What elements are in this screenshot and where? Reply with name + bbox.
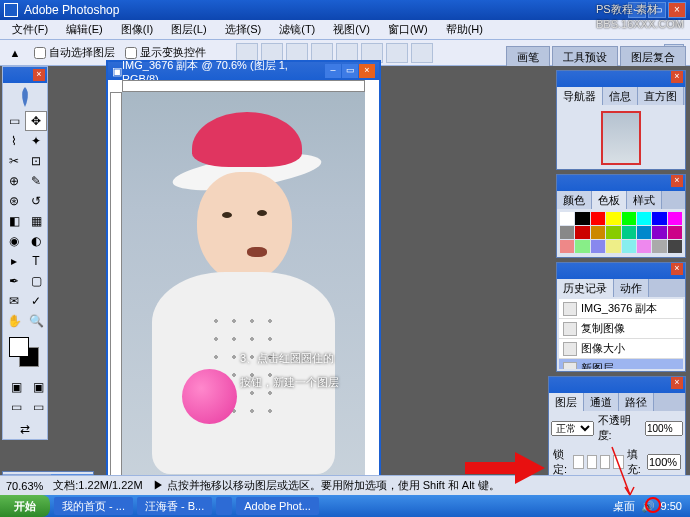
lock-pixels-icon[interactable] [587,455,597,469]
swatch[interactable] [575,212,589,225]
swatch[interactable] [591,240,605,253]
shape-tool[interactable]: ▢ [25,271,47,291]
tab-info[interactable]: 信息 [603,87,638,105]
taskbar-item[interactable]: Adobe Phot... [236,497,319,515]
menu-view[interactable]: 视图(V) [325,20,378,39]
standard-mode[interactable]: ▣ [5,377,27,397]
menu-select[interactable]: 选择(S) [217,20,270,39]
eraser-tool[interactable]: ◧ [3,211,25,231]
lasso-tool[interactable]: ⌇ [3,131,25,151]
tab-history[interactable]: 历史记录 [557,279,614,297]
crop-tool[interactable]: ✂ [3,151,25,171]
history-item[interactable]: 图像大小 [559,339,683,359]
auto-select-checkbox[interactable]: 自动选择图层 [34,45,115,60]
swatch[interactable] [591,212,605,225]
history-item[interactable]: IMG_3676 副本 [559,299,683,319]
brush-tool[interactable]: ✎ [25,171,47,191]
toolbox-close[interactable]: × [33,69,45,81]
taskbar-item[interactable]: 我的首页 - ... [54,497,133,515]
swatch[interactable] [637,226,651,239]
eyedropper-tool[interactable]: ✓ [25,291,47,311]
swatch[interactable] [637,240,651,253]
lock-transparency-icon[interactable] [573,455,583,469]
move-tool-icon[interactable]: ▲ [6,44,24,62]
notes-tool[interactable]: ✉ [3,291,25,311]
taskbar-item[interactable] [216,497,232,515]
swatch[interactable] [560,240,574,253]
start-button[interactable]: 开始 [0,495,50,517]
panel-close[interactable]: × [671,263,683,275]
zoom-tool[interactable]: 🔍 [25,311,47,331]
canvas[interactable] [122,92,365,484]
color-swatches[interactable] [7,335,43,371]
pen-tool[interactable]: ✒ [3,271,25,291]
swatch[interactable] [591,226,605,239]
dodge-tool[interactable]: ◐ [25,231,47,251]
navigator-thumbnail[interactable] [601,111,641,165]
swatch[interactable] [606,240,620,253]
tab-paths[interactable]: 路径 [619,393,654,411]
tab-histogram[interactable]: 直方图 [638,87,684,105]
panel-close[interactable]: × [671,71,683,83]
swatch[interactable] [652,240,666,253]
swatch[interactable] [622,240,636,253]
screen-mode[interactable]: ▭ [27,397,49,417]
menu-filter[interactable]: 滤镜(T) [271,20,323,39]
panel-close[interactable]: × [671,175,683,187]
doc-minimize[interactable]: – [325,64,341,78]
wand-tool[interactable]: ✦ [25,131,47,151]
slice-tool[interactable]: ⊡ [25,151,47,171]
doc-close[interactable]: × [359,64,375,78]
imageready-icon[interactable]: ⇄ [3,419,47,439]
tab-actions[interactable]: 动作 [614,279,649,297]
doc-maximize[interactable]: ▭ [342,64,358,78]
swatch[interactable] [652,212,666,225]
tab-swatches[interactable]: 色板 [592,191,627,209]
swatch[interactable] [668,240,682,253]
stamp-tool[interactable]: ⊛ [3,191,25,211]
blend-mode-select[interactable]: 正常 [551,421,594,436]
quickmask-mode[interactable]: ▣ [27,377,49,397]
foreground-color[interactable] [9,337,29,357]
history-item[interactable]: 新图层 [559,359,683,369]
gradient-tool[interactable]: ▦ [25,211,47,231]
screen-mode[interactable]: ▭ [5,397,27,417]
path-tool[interactable]: ▸ [3,251,25,271]
heal-tool[interactable]: ⊕ [3,171,25,191]
menu-file[interactable]: 文件(F) [4,20,56,39]
menu-help[interactable]: 帮助(H) [438,20,491,39]
type-tool[interactable]: T [25,251,47,271]
align-icon[interactable] [411,43,433,63]
hand-tool[interactable]: ✋ [3,311,25,331]
fill-input[interactable] [647,454,681,470]
move-tool[interactable]: ✥ [25,111,47,131]
swatch[interactable] [622,212,636,225]
marquee-tool[interactable]: ▭ [3,111,25,131]
menu-window[interactable]: 窗口(W) [380,20,436,39]
blur-tool[interactable]: ◉ [3,231,25,251]
swatch[interactable] [575,240,589,253]
taskbar-item[interactable]: 汪海香 - B... [137,497,212,515]
swatch[interactable] [575,226,589,239]
menu-edit[interactable]: 编辑(E) [58,20,111,39]
tab-navigator[interactable]: 导航器 [557,87,603,105]
opacity-input[interactable] [645,421,683,436]
tab-layers[interactable]: 图层 [549,393,584,411]
swatch[interactable] [606,212,620,225]
align-icon[interactable] [386,43,408,63]
swatch[interactable] [637,212,651,225]
swatch[interactable] [668,212,682,225]
menu-layer[interactable]: 图层(L) [163,20,214,39]
tab-color[interactable]: 颜色 [557,191,592,209]
swatch[interactable] [606,226,620,239]
swatch[interactable] [668,226,682,239]
history-item[interactable]: 复制图像 [559,319,683,339]
history-brush-tool[interactable]: ↺ [25,191,47,211]
swatch[interactable] [652,226,666,239]
menu-image[interactable]: 图像(I) [113,20,161,39]
swatch[interactable] [560,212,574,225]
tab-channels[interactable]: 通道 [584,393,619,411]
tab-styles[interactable]: 样式 [627,191,662,209]
panel-close[interactable]: × [671,377,683,389]
swatch[interactable] [622,226,636,239]
